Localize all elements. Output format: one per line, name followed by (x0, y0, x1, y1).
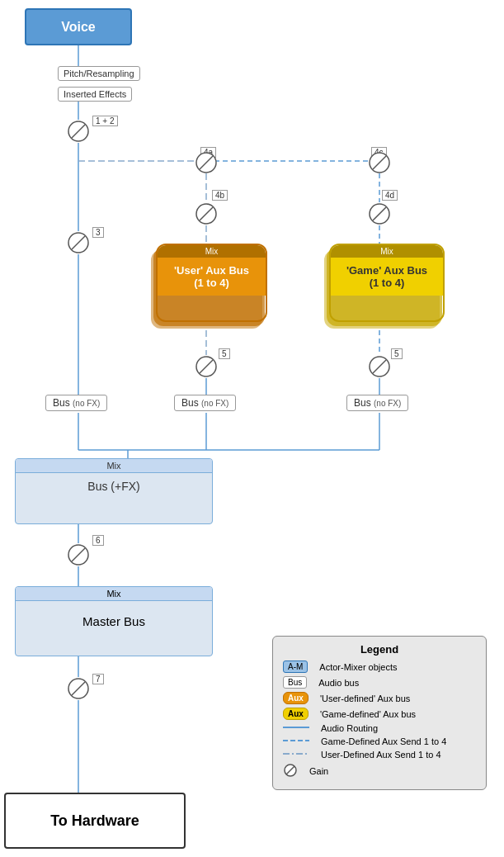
num-label-1-2: 1 + 2 (92, 116, 118, 126)
num-label-4d: 4d (382, 190, 398, 201)
legend-swatch-aux-orange: Aux (283, 692, 309, 704)
master-bus-box: Mix Master Bus (15, 586, 213, 656)
inserted-effects-box: Inserted Effects (58, 87, 132, 102)
mix-bus-plus-fx: Mix Bus (+FX) (15, 458, 213, 524)
legend-row-user-aux-send: User-Defined Aux Send 1 to 4 (283, 750, 476, 760)
num-label-3: 3 (92, 227, 104, 238)
legend-row-bus: Bus Audio bus (283, 676, 476, 689)
legend-label-audio-routing: Audio Routing (321, 723, 378, 733)
gain-7 (67, 677, 90, 700)
legend-swatch-bus: Bus (283, 676, 307, 689)
gain-3 (67, 231, 90, 254)
legend-swatch-gain (283, 763, 298, 779)
legend-row-aux-yellow: Aux 'Game-defined' Aux bus (283, 708, 476, 720)
bus-no-fx-user: Bus (no FX) (174, 395, 236, 411)
legend-swatch-solid-line (283, 723, 309, 733)
gain-4c (368, 151, 391, 174)
voice-box: Voice (25, 8, 132, 45)
legend-swatch-am: A-M (283, 661, 308, 673)
gain-4d (368, 202, 391, 225)
bus-no-fx-game: Bus (no FX) (346, 395, 408, 411)
gain-5-game (368, 355, 391, 378)
legend-box: Legend A-M Actor-Mixer objects Bus Audio… (272, 636, 487, 790)
bus-no-fx-left: Bus (no FX) (45, 395, 107, 411)
gain-6 (67, 543, 90, 566)
legend-row-game-aux-send: Game-Defined Aux Send 1 to 4 (283, 736, 476, 746)
master-bus-mix-label: Mix (16, 587, 212, 601)
legend-swatch-dashdot-line (283, 750, 309, 760)
legend-swatch-aux-yellow: Aux (283, 708, 309, 720)
legend-title: Legend (283, 643, 476, 656)
legend-row-audio-routing: Audio Routing (283, 723, 476, 733)
gain-1-2 (67, 120, 90, 143)
num-label-5a: 5 (219, 348, 230, 359)
num-label-6: 6 (92, 535, 104, 546)
voice-label: Voice (61, 20, 96, 35)
gain-5-user (195, 355, 218, 378)
pitch-resampling-box: Pitch/Resampling (58, 66, 140, 81)
legend-label-user-aux-send: User-Defined Aux Send 1 to 4 (321, 750, 441, 760)
gain-4a (195, 151, 218, 174)
master-bus-content: Master Bus (16, 601, 212, 642)
num-label-5b: 5 (391, 348, 403, 359)
num-label-4b: 4b (212, 190, 228, 201)
legend-label-game-aux-send: Game-Defined Aux Send 1 to 4 (321, 736, 446, 746)
to-hardware-label: To Hardware (50, 812, 139, 830)
legend-label-aux-orange: 'User-defined' Aux bus (320, 694, 410, 703)
legend-label-aux-yellow: 'Game-defined' Aux bus (320, 709, 416, 719)
legend-swatch-dashed-line (283, 736, 309, 746)
legend-row-aux-orange: Aux 'User-defined' Aux bus (283, 692, 476, 704)
legend-label-bus: Audio bus (318, 678, 359, 688)
legend-row-gain: Gain (283, 763, 476, 779)
diagram: Voice Pitch/Resampling Inserted Effects … (0, 0, 504, 857)
mix-bus-content: Bus (+FX) (16, 473, 212, 500)
num-label-7: 7 (92, 674, 104, 684)
gain-4b (195, 202, 218, 225)
mix-bus-mix-label: Mix (16, 459, 212, 473)
to-hardware-box: To Hardware (4, 793, 186, 849)
legend-label-am: Actor-Mixer objects (319, 662, 397, 672)
legend-label-gain: Gain (309, 766, 328, 776)
user-aux-card: Mix 'User' Aux Bus (1 to 4) (156, 244, 267, 322)
legend-row-am: A-M Actor-Mixer objects (283, 661, 476, 673)
game-aux-card: Mix 'Game' Aux Bus (1 to 4) (329, 244, 445, 322)
